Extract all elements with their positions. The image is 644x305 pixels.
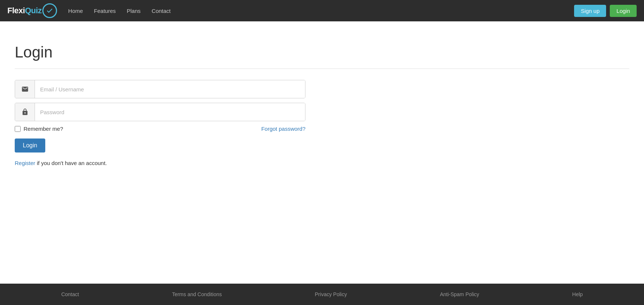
register-text: Register if you don't have an account. (15, 160, 305, 166)
footer-terms[interactable]: Terms and Conditions (172, 291, 222, 297)
logo: FlexiQuiz (7, 3, 57, 18)
nav-links: Home Features Plans Contact (68, 8, 170, 14)
footer-privacy[interactable]: Privacy Policy (315, 291, 347, 297)
navbar-right: Sign up Login (574, 5, 637, 17)
brand-name: FlexiQuiz (7, 6, 42, 15)
page-title: Login (15, 43, 629, 61)
divider (15, 69, 629, 69)
footer: Contact Terms and Conditions Privacy Pol… (0, 284, 644, 305)
brand-part2: Quiz (25, 6, 42, 15)
password-field[interactable] (35, 103, 305, 121)
remember-checkbox[interactable] (15, 126, 21, 132)
register-link[interactable]: Register (15, 160, 35, 166)
signup-button[interactable]: Sign up (574, 5, 606, 17)
footer-help[interactable]: Help (572, 291, 583, 297)
navbar: FlexiQuiz Home Features Plans Contact Si… (0, 0, 644, 21)
email-field[interactable] (35, 80, 305, 98)
nav-plans[interactable]: Plans (127, 8, 141, 14)
forgot-password-link[interactable]: Forgot password? (261, 126, 305, 132)
login-form: Remember me? Forgot password? Login Regi… (15, 80, 305, 166)
nav-home[interactable]: Home (68, 8, 83, 14)
logo-circle-icon (42, 3, 57, 18)
brand-part1: Flexi (7, 6, 25, 15)
login-submit-button[interactable]: Login (15, 139, 45, 152)
remember-label[interactable]: Remember me? (15, 126, 63, 132)
login-nav-button[interactable]: Login (610, 5, 637, 17)
footer-contact[interactable]: Contact (61, 291, 79, 297)
nav-features[interactable]: Features (94, 8, 116, 14)
nav-contact[interactable]: Contact (152, 8, 171, 14)
form-options: Remember me? Forgot password? (15, 126, 305, 132)
main-content: Login Remember me? (0, 21, 644, 284)
remember-text: Remember me? (24, 126, 63, 132)
navbar-left: FlexiQuiz Home Features Plans Contact (7, 3, 171, 18)
footer-antispam[interactable]: Anti-Spam Policy (440, 291, 479, 297)
email-icon (15, 80, 35, 98)
email-input-group (15, 80, 305, 98)
password-input-group (15, 103, 305, 121)
lock-icon (15, 103, 35, 121)
register-suffix: if you don't have an account. (35, 160, 107, 166)
